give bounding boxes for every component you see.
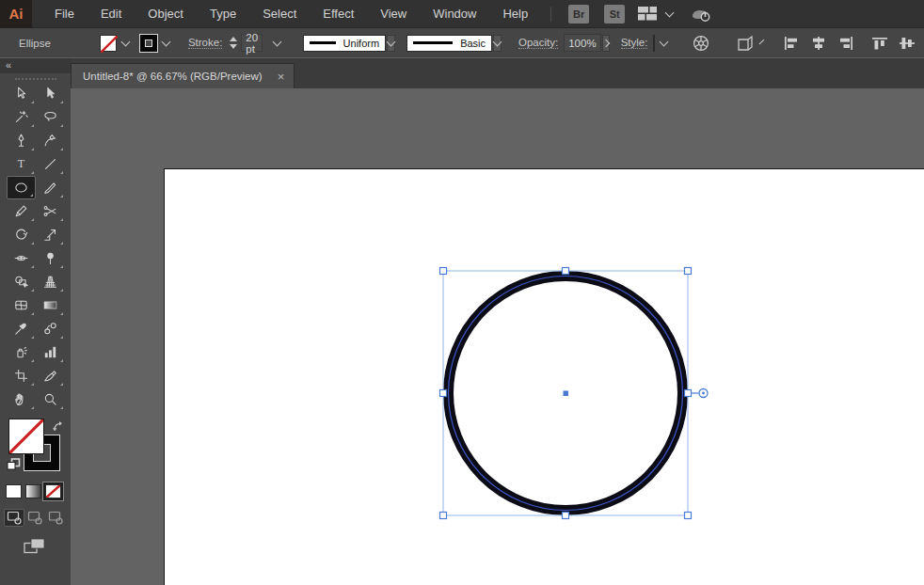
tool-selection[interactable] (7, 82, 36, 105)
recolor-artwork-icon[interactable] (692, 34, 710, 53)
tool-line-segment[interactable] (36, 152, 65, 176)
tool-magic-wand[interactable] (7, 105, 36, 129)
opacity-field[interactable]: 100% (564, 34, 600, 52)
tool-direct-selection[interactable] (36, 82, 65, 105)
stroke-weight-link[interactable]: Stroke: (188, 37, 222, 49)
menu-edit[interactable]: Edit (88, 0, 135, 28)
opacity-link[interactable]: Opacity: (518, 37, 558, 49)
tool-width[interactable] (7, 246, 36, 270)
illustrator-window: Ai FileEditObjectTypeSelectEffectViewWin… (0, 0, 924, 585)
change-screen-mode-icon[interactable] (24, 538, 48, 558)
tool-zoom[interactable] (36, 387, 65, 411)
tool-pencil[interactable] (7, 199, 36, 223)
bridge-button[interactable]: Br (568, 5, 589, 24)
menu-view[interactable]: View (367, 0, 420, 28)
color-button[interactable] (6, 484, 22, 498)
horizontal-align-left-button[interactable] (783, 36, 800, 51)
center-anchor[interactable] (564, 391, 569, 397)
stock-button[interactable]: St (604, 5, 625, 24)
menu-window[interactable]: Window (420, 0, 489, 28)
menubar-divider (550, 7, 551, 22)
tool-ellipse[interactable] (7, 176, 36, 199)
menu-items: FileEditObjectTypeSelectEffectViewWindow… (41, 0, 541, 28)
menu-file[interactable]: File (41, 0, 88, 28)
menu-select[interactable]: Select (249, 0, 310, 28)
transform-options-chevron-icon[interactable] (759, 39, 765, 44)
variable-width-profile-dropdown[interactable]: Uniform (303, 35, 386, 52)
draw-inside-button[interactable] (45, 509, 66, 527)
swap-fill-stroke-icon[interactable] (52, 419, 64, 436)
stroke-color-chevron-icon[interactable] (157, 40, 175, 47)
vertical-align-top-button[interactable] (871, 36, 888, 51)
active-tool-label: Ellipse (19, 38, 51, 49)
tool-blend[interactable] (36, 317, 65, 340)
menu-object[interactable]: Object (135, 0, 197, 28)
tools-panel-grip[interactable] (15, 78, 56, 80)
draw-normal-button[interactable] (4, 509, 24, 527)
svg-text:T: T (17, 157, 24, 170)
gradient-button[interactable] (25, 484, 41, 498)
gpu-performance-icon[interactable] (690, 5, 712, 24)
tool-gradient[interactable] (36, 293, 65, 317)
stroke-weight-chevron-icon[interactable] (268, 40, 286, 47)
tool-pen[interactable] (7, 129, 36, 152)
none-button[interactable] (45, 484, 61, 498)
tool-curvature[interactable] (36, 129, 65, 152)
collapse-panel-button[interactable]: « (0, 58, 71, 73)
tool-type[interactable]: T (7, 152, 36, 176)
default-fill-stroke-icon[interactable] (7, 458, 21, 475)
tool-lasso[interactable] (36, 105, 65, 129)
menu-bar: Ai FileEditObjectTypeSelectEffectViewWin… (0, 0, 924, 28)
horizontal-align-center-button[interactable] (810, 36, 827, 51)
tool-slice[interactable] (36, 364, 65, 387)
tool-mesh[interactable] (7, 293, 36, 317)
style-link[interactable]: Style: (621, 37, 648, 49)
menu-type[interactable]: Type (197, 0, 249, 28)
tool-hand[interactable] (7, 387, 36, 411)
tool-scissors[interactable] (36, 199, 65, 223)
tool-scale[interactable] (36, 223, 65, 246)
tool-shape-builder[interactable] (7, 270, 36, 293)
style-swatch[interactable] (653, 35, 655, 52)
horizontal-align-right-button[interactable] (837, 36, 854, 51)
brush-chevron-icon[interactable] (493, 35, 502, 52)
document-tab[interactable]: Untitled-8* @ 66.67% (RGB/Preview) × (71, 63, 295, 88)
selected-circle-artwork[interactable] (71, 88, 924, 585)
align-buttons-vertical (871, 36, 924, 51)
brush-preview (413, 41, 453, 44)
fill-indicator-swatch[interactable] (8, 419, 44, 454)
fill-color-swatch[interactable] (100, 35, 117, 52)
width-profile-chevron-icon[interactable] (387, 35, 395, 52)
workspace-chevron-icon[interactable] (665, 8, 675, 17)
brush-definition-dropdown[interactable]: Basic (406, 35, 492, 52)
live-shape-widget[interactable] (692, 389, 708, 398)
vertical-align-center-button[interactable] (899, 36, 916, 51)
stroke-color-swatch[interactable] (140, 35, 157, 52)
opacity-panel-arrow-icon[interactable] (602, 35, 610, 52)
tool-rotate[interactable] (7, 223, 36, 246)
tool-eyedropper[interactable] (7, 317, 36, 340)
brush-value: Basic (460, 38, 486, 49)
stroke-weight-field[interactable]: 20 pt (241, 34, 263, 52)
style-chevron-icon[interactable] (655, 40, 673, 47)
tools-panel: « T (0, 58, 71, 585)
fill-color-chevron-icon[interactable] (117, 40, 135, 47)
close-tab-icon[interactable]: × (278, 71, 285, 83)
transform-options-icon[interactable] (735, 34, 756, 53)
canvas[interactable] (71, 88, 924, 585)
menu-effect[interactable]: Effect (310, 0, 367, 28)
control-bar: Ellipse Stroke: 20 pt Uniform Basic (0, 28, 924, 58)
tool-column-graph[interactable] (36, 340, 65, 364)
tool-puppet-warp[interactable] (36, 246, 65, 270)
width-profile-value: Uniform (343, 38, 380, 49)
draw-behind-button[interactable] (24, 509, 45, 527)
stroke-weight-value: 20 pt (246, 32, 258, 55)
workspace-switcher-icon[interactable] (638, 7, 657, 21)
document-area: Untitled-8* @ 66.67% (RGB/Preview) × (71, 58, 924, 585)
tool-symbol-sprayer[interactable] (7, 340, 36, 364)
tool-artboard[interactable] (7, 364, 36, 387)
stroke-weight-stepper[interactable] (230, 37, 237, 49)
tool-paintbrush[interactable] (36, 176, 65, 199)
tool-perspective-grid[interactable] (36, 270, 65, 293)
menu-help[interactable]: Help (489, 0, 541, 28)
